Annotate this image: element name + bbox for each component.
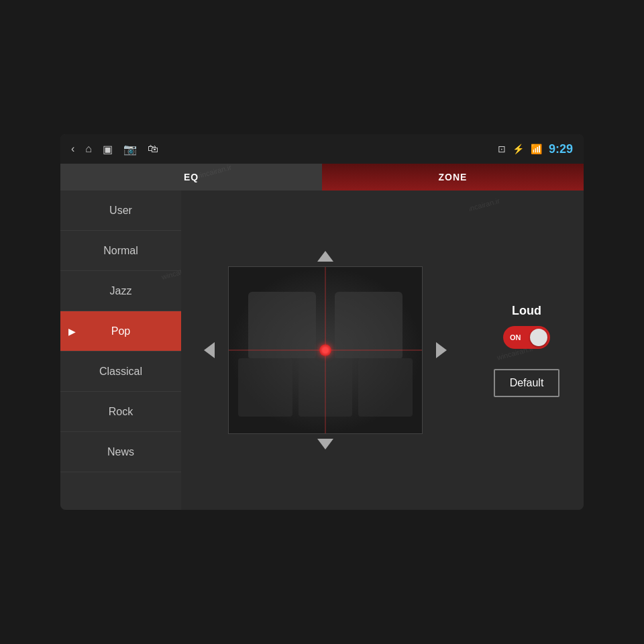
seat-rear-left — [238, 358, 292, 417]
default-button[interactable]: Default — [494, 369, 560, 397]
svg-marker-3 — [317, 439, 333, 449]
zone-row — [196, 266, 455, 434]
pop-label: Pop — [111, 325, 130, 337]
seat-front-right — [335, 292, 402, 358]
bag-icon[interactable]: 🛍 — [148, 143, 158, 155]
arrow-down[interactable] — [312, 434, 339, 454]
toggle-on-label: ON — [510, 333, 521, 341]
loud-container: Loud ON — [503, 304, 550, 349]
play-icon: ▶ — [68, 326, 76, 337]
sidebar-item-jazz[interactable]: Jazz — [60, 271, 181, 311]
back-icon[interactable]: ‹ — [71, 143, 74, 155]
loud-toggle[interactable]: ON — [503, 326, 550, 349]
status-bar: ‹ ⌂ ▣ 📷 🛍 ⊡ ⚡ 📶 9:29 — [60, 134, 584, 164]
zone-panel — [181, 191, 470, 510]
normal-label: Normal — [103, 245, 138, 257]
status-icons: ⊡ ⚡ 📶 9:29 — [498, 142, 573, 156]
tab-eq[interactable]: EQ — [60, 164, 322, 191]
sidebar-item-news[interactable]: News — [60, 432, 181, 472]
seat-rear-right — [358, 358, 413, 417]
sidebar-item-rock[interactable]: Rock — [60, 392, 181, 432]
camera-icon[interactable]: 📷 — [123, 143, 137, 156]
sidebar-item-user[interactable]: User — [60, 191, 181, 231]
sidebar-item-normal[interactable]: Normal — [60, 231, 181, 271]
sidebar: User Normal Jazz ▶ Pop Classical Rock Ne… — [60, 191, 181, 510]
zone-image[interactable] — [228, 266, 423, 434]
seat-front-left — [248, 292, 316, 358]
crosshair-dot — [319, 344, 331, 356]
cast-icon: ⊡ — [498, 144, 506, 154]
sidebar-item-pop[interactable]: ▶ Pop — [60, 311, 181, 352]
arrow-up[interactable] — [312, 246, 339, 266]
sidebar-item-classical[interactable]: Classical — [60, 352, 181, 392]
svg-marker-1 — [204, 342, 215, 358]
windows-icon[interactable]: ▣ — [103, 143, 113, 156]
rock-label: Rock — [109, 406, 133, 418]
loud-label: Loud — [512, 304, 541, 318]
svg-marker-0 — [317, 251, 333, 262]
svg-marker-2 — [436, 342, 447, 358]
home-icon[interactable]: ⌂ — [85, 143, 92, 155]
bluetooth-icon: ⚡ — [513, 144, 524, 154]
main-content: User Normal Jazz ▶ Pop Classical Rock Ne… — [60, 191, 584, 510]
nav-icons: ‹ ⌂ ▣ 📷 🛍 — [71, 143, 487, 156]
car-interior — [229, 267, 422, 433]
toggle-thumb — [530, 329, 547, 346]
right-panel: Loud ON Default — [470, 191, 584, 510]
arrow-right[interactable] — [428, 340, 455, 360]
tab-bar: EQ ZONE — [60, 164, 584, 191]
wifi-icon: 📶 — [531, 144, 542, 154]
main-frame: wincairan.ir wincairan.ir wincairan.ir w… — [60, 134, 584, 510]
classical-label: Classical — [99, 366, 142, 378]
news-label: News — [107, 446, 134, 458]
arrow-left[interactable] — [196, 340, 223, 360]
time-display: 9:29 — [549, 142, 573, 156]
jazz-label: Jazz — [110, 285, 132, 297]
user-label: User — [109, 205, 132, 217]
tab-zone[interactable]: ZONE — [322, 164, 584, 191]
